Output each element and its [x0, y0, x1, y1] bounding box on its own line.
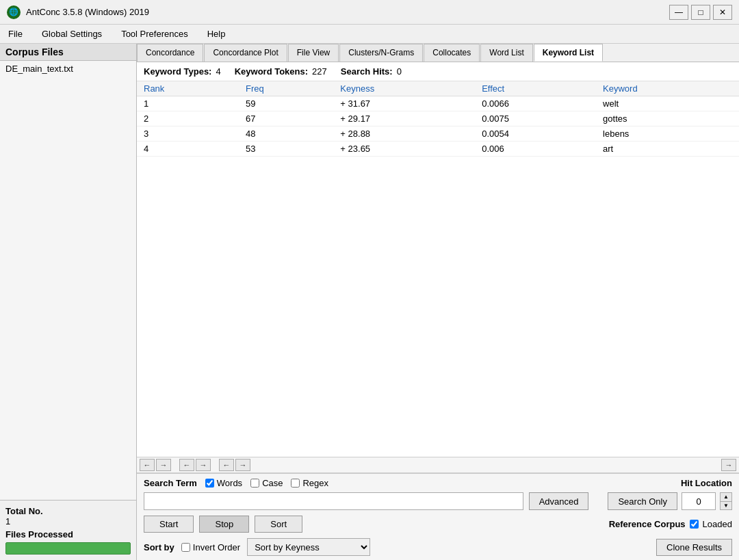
- close-button[interactable]: ✕: [713, 5, 732, 20]
- search-hits-value: 0: [397, 66, 402, 77]
- case-checkbox[interactable]: [250, 479, 259, 488]
- case-checkbox-label[interactable]: Case: [250, 478, 283, 488]
- progress-bar: [5, 542, 131, 555]
- col-freq[interactable]: Freq: [239, 81, 333, 96]
- spinner-up[interactable]: ▲: [721, 493, 731, 502]
- cell-keyness: + 31.67: [333, 96, 475, 111]
- regex-label: Regex: [302, 478, 328, 488]
- scroll-group-3: ← →: [219, 459, 250, 471]
- invert-order-text: Invert Order: [193, 542, 240, 552]
- sortby-row: Sort by Invert Order Sort by Keyness Sor…: [137, 535, 739, 560]
- cell-freq: 67: [239, 111, 333, 126]
- results-table: Rank Freq Keyness Effect Keyword 159+ 31…: [137, 81, 739, 157]
- cell-freq: 53: [239, 142, 333, 157]
- sortby-label: Sort by: [144, 542, 174, 552]
- hit-number-spinner: ▲ ▼: [720, 492, 732, 510]
- bottom-panel: Search Term Words Case Regex Hit Locatio…: [137, 473, 739, 560]
- col-keyword[interactable]: Keyword: [596, 81, 739, 96]
- stop-button[interactable]: Stop: [199, 516, 249, 533]
- ref-corpus-row: Reference Corpus Loaded: [609, 519, 732, 529]
- words-checkbox[interactable]: [205, 479, 214, 488]
- scroll-group-2: ← →: [179, 459, 211, 471]
- content-area: Concordance Concordance Plot File View C…: [137, 44, 739, 560]
- stats-row: Keyword Types: 4 Keyword Tokens: 227 Sea…: [137, 62, 739, 81]
- search-hits-stat: Search Hits: 0: [341, 66, 402, 77]
- loaded-text: Loaded: [703, 519, 732, 529]
- maximize-button[interactable]: □: [691, 5, 710, 20]
- sidebar-title: Corpus Files: [0, 44, 136, 61]
- scroll-right-3[interactable]: →: [235, 459, 250, 471]
- minimize-button[interactable]: —: [669, 5, 688, 20]
- menu-bar: File Global Settings Tool Preferences He…: [0, 25, 739, 44]
- invert-order-label[interactable]: Invert Order: [181, 542, 240, 552]
- main-layout: Corpus Files DE_main_text.txt Total No. …: [0, 44, 739, 560]
- search-input[interactable]: [144, 492, 523, 510]
- title-bar: 🌐 AntConc 3.5.8 (Windows) 2019 — □ ✕: [0, 0, 739, 25]
- scroll-right-1[interactable]: →: [156, 459, 171, 471]
- table-row[interactable]: 348+ 28.880.0054lebens: [137, 126, 739, 142]
- sort-button[interactable]: Sort: [255, 516, 302, 533]
- table-row[interactable]: 159+ 31.670.0066welt: [137, 96, 739, 111]
- cell-keyword: art: [596, 142, 739, 157]
- regex-checkbox[interactable]: [291, 479, 300, 488]
- menu-tool-preferences[interactable]: Tool Preferences: [117, 27, 192, 40]
- invert-order-checkbox[interactable]: [181, 543, 190, 552]
- keyword-types-label: Keyword Types:: [144, 66, 211, 77]
- hit-location-controls: Search Only ▲ ▼: [608, 492, 732, 510]
- tab-keyword-list[interactable]: Keyword List: [534, 44, 603, 62]
- cell-effect: 0.006: [475, 142, 596, 157]
- col-rank[interactable]: Rank: [137, 81, 239, 96]
- menu-global-settings[interactable]: Global Settings: [38, 27, 106, 40]
- cell-keyword: lebens: [596, 126, 739, 142]
- cell-keyness: + 28.88: [333, 126, 475, 142]
- menu-file[interactable]: File: [4, 27, 27, 40]
- scroll-right-2[interactable]: →: [196, 459, 211, 471]
- tab-concordance[interactable]: Concordance: [137, 44, 203, 62]
- keyword-types-stat: Keyword Types: 4: [144, 66, 221, 77]
- cell-keyword: gottes: [596, 111, 739, 126]
- sidebar-bottom: Total No. 1 Files Processed: [0, 500, 136, 560]
- loaded-checkbox[interactable]: [690, 520, 699, 529]
- ref-corpus-label: Reference Corpus: [609, 519, 686, 529]
- scroll-right-end[interactable]: →: [721, 459, 736, 471]
- title-bar-left: 🌐 AntConc 3.5.8 (Windows) 2019: [7, 5, 149, 19]
- sidebar: Corpus Files DE_main_text.txt Total No. …: [0, 44, 137, 560]
- scroll-left-2[interactable]: ←: [179, 459, 194, 471]
- cell-effect: 0.0054: [475, 126, 596, 142]
- tab-collocates[interactable]: Collocates: [424, 44, 480, 62]
- search-only-button[interactable]: Search Only: [608, 492, 677, 510]
- search-term-row: Search Term Words Case Regex Hit Locatio…: [137, 474, 739, 491]
- col-keyness[interactable]: Keyness: [333, 81, 475, 96]
- action-row: Start Stop Sort Reference Corpus Loaded: [137, 513, 739, 535]
- app-icon: 🌐: [7, 5, 21, 19]
- hit-location-label: Hit Location: [681, 478, 732, 488]
- keyword-tokens-value: 227: [312, 66, 327, 77]
- cell-rank: 1: [137, 96, 239, 111]
- clone-results-button[interactable]: Clone Results: [656, 539, 732, 556]
- tab-word-list[interactable]: Word List: [480, 44, 532, 62]
- advanced-button[interactable]: Advanced: [529, 492, 589, 510]
- cell-freq: 59: [239, 96, 333, 111]
- search-hits-label: Search Hits:: [341, 66, 393, 77]
- scroll-left-1[interactable]: ←: [140, 459, 155, 471]
- regex-checkbox-label[interactable]: Regex: [291, 478, 328, 488]
- start-button[interactable]: Start: [144, 516, 194, 533]
- results-table-container: Rank Freq Keyness Effect Keyword 159+ 31…: [137, 81, 739, 457]
- total-no-label: Total No.: [5, 506, 131, 516]
- scroll-left-3[interactable]: ←: [219, 459, 234, 471]
- tab-concordance-plot[interactable]: Concordance Plot: [204, 44, 287, 62]
- table-row[interactable]: 453+ 23.650.006art: [137, 142, 739, 157]
- search-input-row: Advanced Search Only ▲ ▼: [137, 491, 739, 513]
- words-checkbox-label[interactable]: Words: [205, 478, 242, 488]
- total-no-value: 1: [5, 516, 131, 526]
- spinner-down[interactable]: ▼: [721, 502, 731, 510]
- tab-clusters-ngrams[interactable]: Clusters/N-Grams: [339, 44, 423, 62]
- hit-number-input[interactable]: [682, 492, 716, 510]
- table-row[interactable]: 267+ 29.170.0075gottes: [137, 111, 739, 126]
- menu-help[interactable]: Help: [203, 27, 230, 40]
- col-effect[interactable]: Effect: [475, 81, 596, 96]
- scroll-group-1: ← →: [140, 459, 171, 471]
- sidebar-file-item[interactable]: DE_main_text.txt: [0, 61, 136, 77]
- tab-file-view[interactable]: File View: [288, 44, 339, 62]
- sortby-select[interactable]: Sort by Keyness Sort by Rank Sort by Fre…: [247, 538, 370, 556]
